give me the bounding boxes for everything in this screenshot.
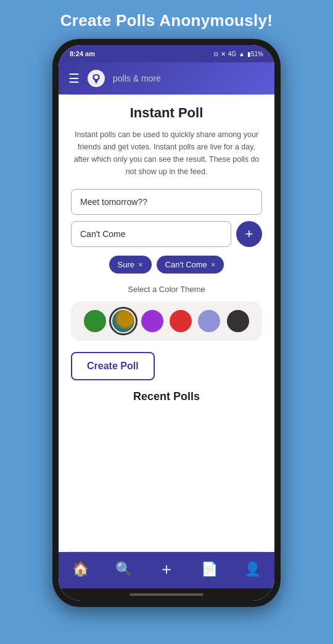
signal-strength-icon: ▲	[239, 51, 245, 57]
home-indicator	[59, 588, 274, 601]
app-logo	[87, 69, 105, 88]
home-icon: 🏠	[72, 561, 89, 577]
add-option-button[interactable]: +	[236, 221, 262, 247]
status-icons: ⊙ ✕ 4G ▲ ▮51%	[213, 51, 263, 57]
status-time: 8:24 am	[70, 50, 95, 57]
option-input[interactable]	[71, 221, 231, 247]
tag-sure-close[interactable]: ×	[138, 260, 143, 269]
signal-icon: ✕	[221, 51, 226, 57]
content-area: Instant Poll Instant polls can be used t…	[59, 95, 274, 551]
tag-cant-come-close[interactable]: ×	[211, 260, 216, 269]
question-input[interactable]	[71, 189, 262, 215]
nav-home[interactable]: 🏠	[72, 561, 89, 577]
color-green[interactable]	[84, 310, 106, 332]
tag-cant-come-label: Can't Come	[165, 260, 207, 269]
bottom-nav: 🏠 🔍 ＋ 📄 👤	[59, 552, 274, 588]
create-poll-button[interactable]: Create Poll	[71, 352, 155, 380]
phone-outer: 8:24 am ⊙ ✕ 4G ▲ ▮51% ☰ polls & more Ins…	[52, 39, 281, 607]
tag-sure-label: Sure	[118, 260, 134, 269]
page-hero-title: Create Polls Anonymously!	[60, 11, 273, 30]
home-line	[130, 593, 204, 596]
nav-profile[interactable]: 👤	[244, 561, 261, 577]
color-black[interactable]	[227, 310, 249, 332]
color-red[interactable]	[170, 310, 192, 332]
color-row	[71, 301, 262, 341]
add-icon: ＋	[158, 558, 175, 580]
status-bar: 8:24 am ⊙ ✕ 4G ▲ ▮51%	[59, 45, 274, 62]
poll-description: Instant polls can be used to quickly sha…	[71, 128, 262, 178]
color-teal-gold[interactable]	[112, 310, 134, 332]
svg-point-1	[94, 75, 98, 79]
tags-area: Sure × Can't Come ×	[71, 256, 262, 274]
hamburger-icon[interactable]: ☰	[68, 71, 80, 86]
nav-search[interactable]: 🔍	[115, 561, 132, 577]
wifi-icon: ⊙	[213, 51, 218, 57]
search-icon: 🔍	[115, 561, 132, 577]
app-bar-title: polls & more	[113, 73, 161, 83]
color-theme-label: Select a Color Theme	[71, 285, 262, 294]
color-lavender[interactable]	[198, 310, 220, 332]
battery-icon: ▮51%	[247, 51, 263, 57]
tag-cant-come: Can't Come ×	[157, 256, 224, 274]
network-icon: 4G	[228, 51, 236, 57]
tag-sure: Sure ×	[109, 256, 152, 274]
nav-document[interactable]: 📄	[201, 561, 218, 577]
nav-add[interactable]: ＋	[158, 558, 175, 580]
recent-polls-label: Recent Polls	[71, 390, 262, 403]
profile-icon: 👤	[244, 561, 261, 577]
phone-screen: 8:24 am ⊙ ✕ 4G ▲ ▮51% ☰ polls & more Ins…	[59, 45, 274, 601]
document-icon: 📄	[201, 561, 218, 577]
color-purple[interactable]	[141, 310, 163, 332]
app-bar: ☰ polls & more	[59, 62, 274, 94]
option-row: +	[71, 221, 262, 247]
poll-title: Instant Poll	[71, 105, 262, 121]
